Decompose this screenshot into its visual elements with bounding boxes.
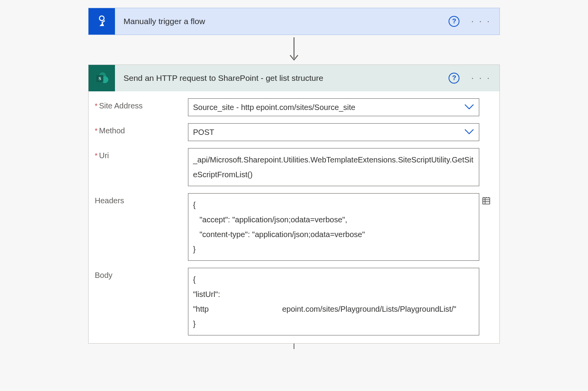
action-title: Send an HTTP request to SharePoint - get… <box>115 73 449 83</box>
row-body: Body { "listUrl": "http epoint.com/sites… <box>95 268 493 335</box>
trigger-card[interactable]: Manually trigger a flow ? · · · <box>88 8 500 35</box>
label-method: Method <box>95 123 188 135</box>
row-uri: Uri _api/Microsoft.Sharepoint.Utilities.… <box>95 148 493 186</box>
trigger-title: Manually trigger a flow <box>115 17 449 26</box>
action-body: Site Address Source_site - http epoint.c… <box>89 91 499 343</box>
method-select[interactable]: POST <box>188 123 479 141</box>
site-address-select[interactable]: Source_site - http epoint.com/sites/Sour… <box>188 98 479 116</box>
method-value: POST <box>193 128 464 137</box>
help-icon[interactable]: ? <box>449 16 459 27</box>
label-body: Body <box>95 268 188 280</box>
label-headers: Headers <box>95 193 188 205</box>
headers-input[interactable]: { "accept": "application/json;odata=verb… <box>188 193 479 261</box>
svg-point-0 <box>99 16 104 21</box>
action-card: S Send an HTTP request to SharePoint - g… <box>88 65 500 344</box>
row-site-address: Site Address Source_site - http epoint.c… <box>95 98 493 116</box>
chevron-down-icon <box>464 103 474 112</box>
svg-text:S: S <box>99 76 101 81</box>
sharepoint-icon: S <box>89 65 115 91</box>
action-header[interactable]: S Send an HTTP request to SharePoint - g… <box>89 65 499 91</box>
flow-arrow <box>88 35 500 65</box>
more-icon[interactable]: · · · <box>470 73 492 83</box>
svg-rect-6 <box>483 198 490 204</box>
more-icon[interactable]: · · · <box>470 16 492 26</box>
label-uri: Uri <box>95 148 188 160</box>
trigger-header[interactable]: Manually trigger a flow ? · · · <box>89 8 499 35</box>
chevron-down-icon <box>464 128 474 137</box>
manual-trigger-icon <box>89 8 115 35</box>
body-input[interactable]: { "listUrl": "http epoint.com/sites/Play… <box>188 268 479 335</box>
switch-mode-icon[interactable] <box>479 193 493 207</box>
help-icon[interactable]: ? <box>449 73 459 84</box>
row-headers: Headers { "accept": "application/json;od… <box>95 193 493 261</box>
label-site-address: Site Address <box>95 98 188 110</box>
uri-input[interactable]: _api/Microsoft.Sharepoint.Utilities.WebT… <box>188 148 479 186</box>
connector-stub <box>88 344 500 349</box>
row-method: Method POST <box>95 123 493 141</box>
site-address-value: Source_site - http epoint.com/sites/Sour… <box>193 103 464 112</box>
